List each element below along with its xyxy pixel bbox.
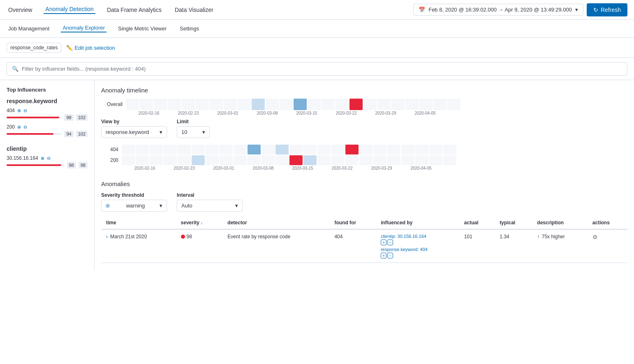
overall-cell-8[interactable] — [224, 99, 237, 110]
influencer-minus-icon-404[interactable]: ⊖ — [23, 108, 27, 113]
overall-cell-18[interactable] — [363, 99, 377, 110]
overall-cell-17[interactable] — [349, 99, 363, 110]
split-404-cell-2[interactable] — [136, 145, 149, 154]
split-404-cell-20[interactable] — [387, 145, 400, 154]
split-200-cell-16[interactable] — [331, 155, 345, 165]
split-200-cell-9[interactable] — [234, 155, 247, 165]
nav-data-frame-analytics[interactable]: Data Frame Analytics — [105, 7, 163, 13]
split-200-cell-4[interactable] — [164, 155, 177, 165]
overall-cell-14[interactable] — [308, 99, 321, 110]
split-200-cell-7[interactable] — [206, 155, 219, 165]
split-200-cell-10[interactable] — [248, 155, 261, 165]
overall-cell-16[interactable] — [336, 99, 349, 110]
split-200-cell-17[interactable] — [345, 155, 359, 165]
split-404-cell-19[interactable] — [373, 145, 386, 154]
split-404-cell-17[interactable] — [345, 145, 359, 154]
split-404-cell-6[interactable] — [192, 145, 205, 154]
split-200-cell-14[interactable] — [303, 155, 317, 165]
influencer-minus-icon-200[interactable]: ⊖ — [23, 124, 27, 130]
split-404-cell-12[interactable] — [275, 145, 289, 154]
overall-cell-22[interactable] — [419, 99, 433, 110]
split-200-cell-1[interactable] — [122, 155, 135, 165]
split-404-cell-1[interactable] — [122, 145, 135, 154]
date-range-picker[interactable]: 📅 Feb 8, 2020 @ 16:39:02.000 → Apr 9, 20… — [413, 4, 583, 16]
overall-cell-4[interactable] — [168, 99, 181, 110]
split-404-cell-21[interactable] — [401, 145, 414, 154]
split-200-cell-8[interactable] — [220, 155, 233, 165]
split-404-cell-14[interactable] — [303, 145, 317, 154]
refresh-button[interactable]: ↻ Refresh — [587, 3, 627, 16]
split-200-cell-19[interactable] — [373, 155, 386, 165]
split-404-cell-15[interactable] — [317, 145, 331, 154]
nav-overview[interactable]: Overview — [7, 7, 34, 13]
split-200-cell-23[interactable] — [429, 155, 442, 165]
clientip-value[interactable]: clientip: 30.156.16.164 — [381, 234, 426, 239]
split-404-cell-8[interactable] — [220, 145, 233, 154]
overall-cell-2[interactable] — [140, 99, 153, 110]
overall-cell-21[interactable] — [405, 99, 419, 110]
interval-select[interactable]: Auto ▾ — [177, 200, 243, 212]
influencer-plus-icon-404[interactable]: ⊕ — [17, 108, 21, 113]
influencer-plus-icon-clientip[interactable]: ⊕ — [41, 156, 44, 161]
overall-cell-12[interactable] — [280, 99, 293, 110]
split-200-cell-22[interactable] — [415, 155, 428, 165]
split-404-cell-9[interactable] — [234, 145, 247, 154]
overall-cell-5[interactable] — [182, 99, 195, 110]
split-404-cell-23[interactable] — [429, 145, 442, 154]
overall-cell-15[interactable] — [322, 99, 335, 110]
split-404-cell-18[interactable] — [359, 145, 373, 154]
overall-cell-7[interactable] — [210, 99, 223, 110]
split-200-cell-21[interactable] — [401, 155, 414, 165]
split-404-cell-13[interactable] — [289, 145, 303, 154]
split-200-cell-18[interactable] — [359, 155, 373, 165]
keyword-minus-btn[interactable]: − — [387, 253, 393, 258]
clientip-minus-btn[interactable]: − — [387, 240, 393, 245]
overall-cell-11[interactable] — [266, 99, 279, 110]
nav-settings[interactable]: Settings — [178, 25, 201, 32]
influencer-minus-icon-clientip[interactable]: ⊖ — [47, 156, 51, 161]
split-200-cell-20[interactable] — [387, 155, 400, 165]
expand-row-button[interactable]: › — [106, 234, 108, 240]
split-404-cell-11[interactable] — [261, 145, 275, 154]
split-404-cell-24[interactable] — [443, 145, 456, 154]
split-200-cell-3[interactable] — [150, 155, 163, 165]
overall-cell-9[interactable] — [238, 99, 251, 110]
influencer-plus-icon-200[interactable]: ⊕ — [17, 124, 21, 130]
overall-cell-3[interactable] — [154, 99, 167, 110]
split-200-cell-13[interactable] — [289, 155, 303, 165]
overall-cell-10[interactable] — [252, 99, 265, 110]
split-404-cell-4[interactable] — [164, 145, 177, 154]
split-404-cell-10[interactable] — [248, 145, 261, 154]
split-404-cell-22[interactable] — [415, 145, 428, 154]
gear-icon[interactable]: ⚙ — [592, 234, 598, 240]
keyword-value[interactable]: response.keyword: 404 — [381, 247, 428, 252]
split-200-cell-5[interactable] — [178, 155, 191, 165]
nav-single-metric-viewer[interactable]: Single Metric Viewer — [116, 25, 168, 32]
nav-data-visualizer[interactable]: Data Visualizer — [173, 7, 215, 13]
split-200-cell-15[interactable] — [317, 155, 331, 165]
overall-cell-13[interactable] — [294, 99, 307, 110]
split-200-cell-24[interactable] — [443, 155, 456, 165]
severity-threshold-select[interactable]: warning ▾ — [101, 200, 167, 212]
filter-input[interactable]: 🔍 Filter by influencer fields... (respon… — [7, 62, 627, 76]
overall-cell-1[interactable] — [126, 99, 139, 110]
split-200-cell-2[interactable] — [136, 155, 149, 165]
keyword-plus-btn[interactable]: + — [381, 253, 386, 258]
split-404-cell-3[interactable] — [150, 145, 163, 154]
split-404-cell-7[interactable] — [206, 145, 219, 154]
nav-anomaly-explorer[interactable]: Anomaly Explorer — [61, 25, 106, 32]
clientip-plus-btn[interactable]: + — [381, 240, 386, 245]
split-404-cell-16[interactable] — [331, 145, 345, 154]
overall-cell-23[interactable] — [433, 99, 447, 110]
split-404-cell-5[interactable] — [178, 145, 191, 154]
overall-cell-24[interactable] — [447, 99, 460, 110]
split-200-cell-11[interactable] — [261, 155, 275, 165]
overall-cell-6[interactable] — [196, 99, 209, 110]
edit-job-button[interactable]: ✏️ Edit job selection — [66, 45, 115, 51]
overall-cell-20[interactable] — [391, 99, 405, 110]
split-200-cell-12[interactable] — [275, 155, 289, 165]
col-severity[interactable]: severity↓ — [176, 217, 223, 229]
overall-cell-19[interactable] — [377, 99, 391, 110]
split-200-cell-6[interactable] — [192, 155, 205, 165]
limit-select[interactable]: 10 ▾ — [177, 126, 210, 138]
